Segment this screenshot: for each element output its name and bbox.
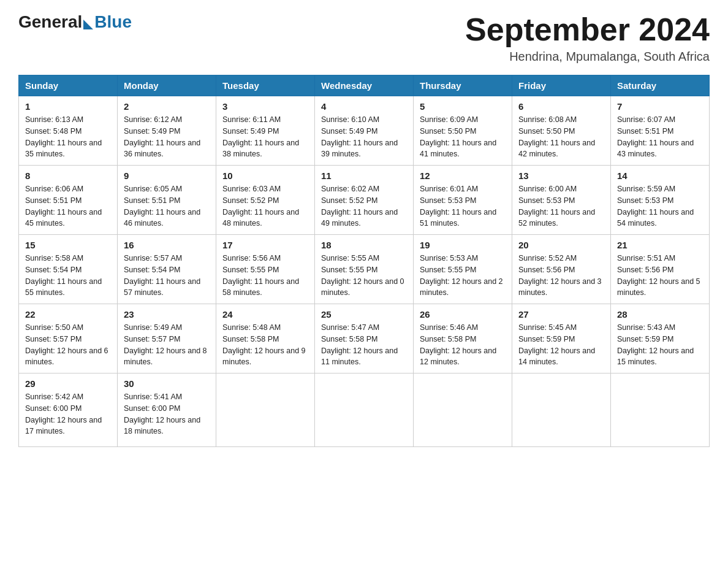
day-number: 9 bbox=[124, 170, 210, 181]
day-info: Sunrise: 6:02 AMSunset: 5:52 PMDaylight:… bbox=[321, 183, 407, 229]
day-number: 18 bbox=[321, 240, 407, 250]
day-number: 14 bbox=[617, 170, 703, 181]
day-number: 19 bbox=[420, 240, 506, 250]
day-cell: 7Sunrise: 6:07 AMSunset: 5:51 PMDaylight… bbox=[611, 96, 710, 166]
day-info: Sunrise: 5:55 AMSunset: 5:55 PMDaylight:… bbox=[321, 253, 407, 299]
day-info: Sunrise: 5:41 AMSunset: 6:00 PMDaylight:… bbox=[124, 391, 210, 437]
day-info: Sunrise: 6:10 AMSunset: 5:49 PMDaylight:… bbox=[321, 114, 407, 160]
day-number: 16 bbox=[124, 240, 210, 250]
week-row-2: 8Sunrise: 6:06 AMSunset: 5:51 PMDaylight… bbox=[19, 166, 710, 235]
day-number: 15 bbox=[25, 240, 111, 250]
day-cell: 27Sunrise: 5:45 AMSunset: 5:59 PMDayligh… bbox=[512, 304, 611, 373]
day-info: Sunrise: 5:53 AMSunset: 5:55 PMDaylight:… bbox=[420, 253, 506, 299]
day-info: Sunrise: 6:06 AMSunset: 5:51 PMDaylight:… bbox=[25, 183, 111, 229]
day-cell: 17Sunrise: 5:56 AMSunset: 5:55 PMDayligh… bbox=[216, 235, 315, 304]
day-info: Sunrise: 6:09 AMSunset: 5:50 PMDaylight:… bbox=[420, 114, 506, 160]
day-number: 4 bbox=[321, 101, 407, 112]
day-cell: 24Sunrise: 5:48 AMSunset: 5:58 PMDayligh… bbox=[216, 304, 315, 373]
day-number: 25 bbox=[321, 309, 407, 320]
logo: General Blue bbox=[18, 12, 132, 32]
day-number: 22 bbox=[25, 309, 111, 320]
day-number: 1 bbox=[25, 101, 111, 112]
day-cell: 9Sunrise: 6:05 AMSunset: 5:51 PMDaylight… bbox=[118, 166, 216, 235]
logo-chevron-icon bbox=[83, 20, 93, 29]
day-cell: 11Sunrise: 6:02 AMSunset: 5:52 PMDayligh… bbox=[315, 166, 414, 235]
day-cell: 5Sunrise: 6:09 AMSunset: 5:50 PMDaylight… bbox=[414, 96, 512, 166]
day-number: 7 bbox=[617, 101, 703, 112]
day-info: Sunrise: 5:59 AMSunset: 5:53 PMDaylight:… bbox=[617, 183, 703, 229]
page-header: General Blue September 2024 Hendrina, Mp… bbox=[18, 12, 710, 64]
header-cell-tuesday: Tuesday bbox=[216, 75, 315, 96]
day-info: Sunrise: 5:47 AMSunset: 5:58 PMDaylight:… bbox=[321, 322, 407, 368]
day-cell: 10Sunrise: 6:03 AMSunset: 5:52 PMDayligh… bbox=[216, 166, 315, 235]
day-cell: 2Sunrise: 6:12 AMSunset: 5:49 PMDaylight… bbox=[118, 96, 216, 166]
day-info: Sunrise: 5:58 AMSunset: 5:54 PMDaylight:… bbox=[25, 253, 111, 299]
day-cell: 21Sunrise: 5:51 AMSunset: 5:56 PMDayligh… bbox=[611, 235, 710, 304]
header-cell-sunday: Sunday bbox=[19, 75, 118, 96]
day-cell: 20Sunrise: 5:52 AMSunset: 5:56 PMDayligh… bbox=[512, 235, 611, 304]
day-info: Sunrise: 6:08 AMSunset: 5:50 PMDaylight:… bbox=[518, 114, 604, 160]
day-cell: 29Sunrise: 5:42 AMSunset: 6:00 PMDayligh… bbox=[19, 373, 118, 447]
day-info: Sunrise: 6:07 AMSunset: 5:51 PMDaylight:… bbox=[617, 114, 703, 160]
day-info: Sunrise: 5:51 AMSunset: 5:56 PMDaylight:… bbox=[617, 253, 703, 299]
day-number: 3 bbox=[222, 101, 308, 112]
day-cell: 30Sunrise: 5:41 AMSunset: 6:00 PMDayligh… bbox=[118, 373, 216, 447]
day-number: 12 bbox=[420, 170, 506, 181]
day-cell: 3Sunrise: 6:11 AMSunset: 5:49 PMDaylight… bbox=[216, 96, 315, 166]
day-info: Sunrise: 5:57 AMSunset: 5:54 PMDaylight:… bbox=[124, 253, 210, 299]
day-number: 11 bbox=[321, 170, 407, 181]
day-number: 30 bbox=[124, 378, 210, 389]
day-info: Sunrise: 6:13 AMSunset: 5:48 PMDaylight:… bbox=[25, 114, 111, 160]
day-info: Sunrise: 5:52 AMSunset: 5:56 PMDaylight:… bbox=[518, 253, 604, 299]
day-info: Sunrise: 6:12 AMSunset: 5:49 PMDaylight:… bbox=[124, 114, 210, 160]
day-cell bbox=[512, 373, 611, 447]
day-info: Sunrise: 5:50 AMSunset: 5:57 PMDaylight:… bbox=[25, 322, 111, 368]
day-info: Sunrise: 6:05 AMSunset: 5:51 PMDaylight:… bbox=[124, 183, 210, 229]
day-cell: 8Sunrise: 6:06 AMSunset: 5:51 PMDaylight… bbox=[19, 166, 118, 235]
day-number: 20 bbox=[518, 240, 604, 250]
day-number: 8 bbox=[25, 170, 111, 181]
location-subtitle: Hendrina, Mpumalanga, South Africa bbox=[465, 50, 710, 64]
day-cell bbox=[216, 373, 315, 447]
day-number: 21 bbox=[617, 240, 703, 250]
day-cell: 19Sunrise: 5:53 AMSunset: 5:55 PMDayligh… bbox=[414, 235, 512, 304]
day-number: 26 bbox=[420, 309, 506, 320]
day-info: Sunrise: 5:48 AMSunset: 5:58 PMDaylight:… bbox=[222, 322, 308, 368]
day-cell: 1Sunrise: 6:13 AMSunset: 5:48 PMDaylight… bbox=[19, 96, 118, 166]
day-info: Sunrise: 5:43 AMSunset: 5:59 PMDaylight:… bbox=[617, 322, 703, 368]
day-number: 28 bbox=[617, 309, 703, 320]
title-section: September 2024 Hendrina, Mpumalanga, Sou… bbox=[465, 12, 710, 64]
day-cell bbox=[315, 373, 414, 447]
day-cell: 15Sunrise: 5:58 AMSunset: 5:54 PMDayligh… bbox=[19, 235, 118, 304]
day-info: Sunrise: 5:49 AMSunset: 5:57 PMDaylight:… bbox=[124, 322, 210, 368]
day-number: 2 bbox=[124, 101, 210, 112]
day-number: 10 bbox=[222, 170, 308, 181]
day-info: Sunrise: 5:42 AMSunset: 6:00 PMDaylight:… bbox=[25, 391, 111, 437]
day-number: 13 bbox=[518, 170, 604, 181]
logo-blue-text: Blue bbox=[94, 12, 132, 32]
week-row-4: 22Sunrise: 5:50 AMSunset: 5:57 PMDayligh… bbox=[19, 304, 710, 373]
day-cell: 22Sunrise: 5:50 AMSunset: 5:57 PMDayligh… bbox=[19, 304, 118, 373]
logo-general-text: General bbox=[18, 12, 82, 32]
day-cell: 13Sunrise: 6:00 AMSunset: 5:53 PMDayligh… bbox=[512, 166, 611, 235]
day-number: 17 bbox=[222, 240, 308, 250]
day-cell: 12Sunrise: 6:01 AMSunset: 5:53 PMDayligh… bbox=[414, 166, 512, 235]
day-cell: 23Sunrise: 5:49 AMSunset: 5:57 PMDayligh… bbox=[118, 304, 216, 373]
day-cell bbox=[414, 373, 512, 447]
week-row-3: 15Sunrise: 5:58 AMSunset: 5:54 PMDayligh… bbox=[19, 235, 710, 304]
day-info: Sunrise: 5:46 AMSunset: 5:58 PMDaylight:… bbox=[420, 322, 506, 368]
day-number: 23 bbox=[124, 309, 210, 320]
day-cell: 6Sunrise: 6:08 AMSunset: 5:50 PMDaylight… bbox=[512, 96, 611, 166]
day-cell: 26Sunrise: 5:46 AMSunset: 5:58 PMDayligh… bbox=[414, 304, 512, 373]
day-cell: 14Sunrise: 5:59 AMSunset: 5:53 PMDayligh… bbox=[611, 166, 710, 235]
day-cell bbox=[611, 373, 710, 447]
day-cell: 4Sunrise: 6:10 AMSunset: 5:49 PMDaylight… bbox=[315, 96, 414, 166]
header-cell-friday: Friday bbox=[512, 75, 611, 96]
week-row-1: 1Sunrise: 6:13 AMSunset: 5:48 PMDaylight… bbox=[19, 96, 710, 166]
day-info: Sunrise: 6:01 AMSunset: 5:53 PMDaylight:… bbox=[420, 183, 506, 229]
month-title: September 2024 bbox=[465, 12, 710, 47]
day-cell: 16Sunrise: 5:57 AMSunset: 5:54 PMDayligh… bbox=[118, 235, 216, 304]
day-number: 6 bbox=[518, 101, 604, 112]
header-cell-wednesday: Wednesday bbox=[315, 75, 414, 96]
day-cell: 28Sunrise: 5:43 AMSunset: 5:59 PMDayligh… bbox=[611, 304, 710, 373]
